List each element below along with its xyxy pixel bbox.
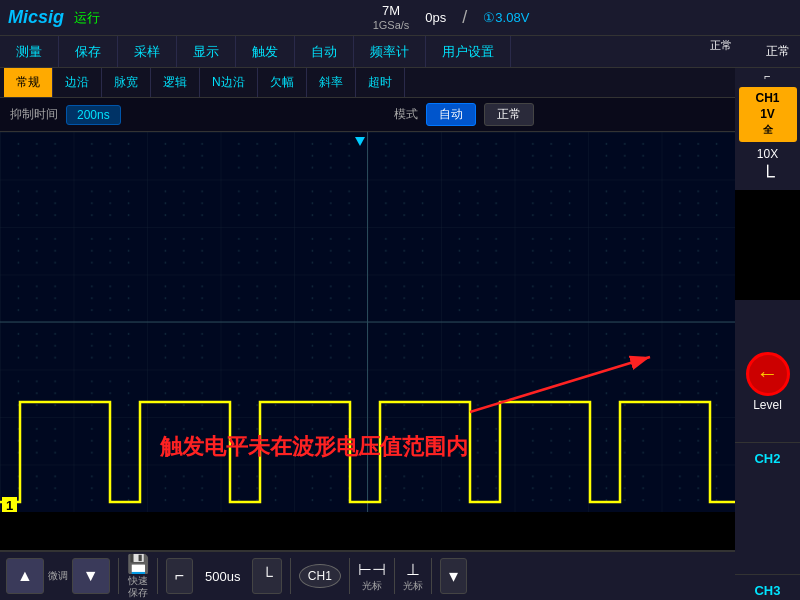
menu-trigger[interactable]: 触发 bbox=[236, 36, 295, 67]
up-arrow-button[interactable]: ▲ bbox=[6, 558, 44, 594]
timebase-section: ⌐ 500us └ bbox=[166, 558, 282, 594]
down-arrow-button[interactable]: ▼ bbox=[72, 558, 110, 594]
trigger-settings-bar: 抑制时间 200ns 模式 自动 正常 bbox=[0, 98, 800, 132]
ch1-waveform bbox=[0, 402, 735, 502]
separator4 bbox=[349, 558, 350, 594]
quick-save-group[interactable]: 💾 快速保存 bbox=[127, 553, 149, 599]
top-info: 7M 1GSa/s 0ps / ①3.08V bbox=[110, 3, 792, 32]
sub-menu-n-edge[interactable]: N边沿 bbox=[200, 68, 258, 97]
sub-menu-timeout[interactable]: 超时 bbox=[356, 68, 405, 97]
trigger-up-symbol: ⌐ bbox=[762, 68, 772, 84]
ch1-button[interactable]: CH11V全 bbox=[739, 87, 797, 142]
sample-rate: 7M 1GSa/s bbox=[373, 3, 410, 32]
scale-cursor-label: 光标 bbox=[362, 579, 382, 593]
menu-freq[interactable]: 频率计 bbox=[354, 36, 426, 67]
timebase-prev-button[interactable]: ⌐ bbox=[166, 558, 193, 594]
separator6 bbox=[431, 558, 432, 594]
suppress-label: 抑制时间 bbox=[10, 106, 58, 123]
auto-btn[interactable]: 自动 bbox=[426, 103, 476, 126]
level-arrow-icon: ← bbox=[757, 361, 779, 387]
menu-display[interactable]: 显示 bbox=[177, 36, 236, 67]
level-circle[interactable]: ← bbox=[746, 352, 790, 396]
separator3 bbox=[290, 558, 291, 594]
menu-auto[interactable]: 自动 bbox=[295, 36, 354, 67]
menu-sample[interactable]: 采样 bbox=[118, 36, 177, 67]
ch3-button[interactable]: CH3 bbox=[735, 574, 800, 600]
sub-menu-under[interactable]: 欠幅 bbox=[258, 68, 307, 97]
sub-menu-normal[interactable]: 常规 bbox=[4, 68, 53, 97]
bottom-bar: ▲ 微调 ▼ 💾 快速保存 ⌐ 500us └ CH1 ⊢⊣ 光标 ⊥ 光标 ▾… bbox=[0, 550, 800, 600]
scale-cursor-button[interactable]: ⊢⊣ 光标 bbox=[358, 560, 386, 593]
quick-save-label: 快速保存 bbox=[128, 575, 148, 599]
sub-menu-slope[interactable]: 斜率 bbox=[307, 68, 356, 97]
normal-btn[interactable]: 正常 bbox=[484, 103, 534, 126]
more-button[interactable]: ▾ bbox=[440, 558, 467, 594]
sub-menu-bar: 常规 边沿 脉宽 逻辑 N边沿 欠幅 斜率 超时 bbox=[0, 68, 735, 98]
tenx-label: 10X bbox=[757, 147, 778, 161]
ch1-badge[interactable]: CH1 bbox=[299, 564, 341, 588]
scope-wrapper: 触发电平未在波形电压值范围内 1 ← Level CH2 CH3 CH4 bbox=[0, 132, 800, 524]
sub-menu-edge[interactable]: 边沿 bbox=[53, 68, 102, 97]
top-bar: Micsig 运行 7M 1GSa/s 0ps / ①3.08V bbox=[0, 0, 800, 36]
waveform bbox=[0, 132, 735, 512]
ch1-full-label: 全 bbox=[763, 124, 773, 135]
mode-label: 模式 bbox=[394, 106, 418, 123]
fine-tune-label: 微调 bbox=[48, 570, 68, 582]
vert-cursor-button[interactable]: ⊥ 光标 bbox=[403, 560, 423, 593]
ch1-top-panel: ⌐ CH11V全 10X └ bbox=[735, 68, 800, 190]
run-status: 运行 bbox=[74, 9, 100, 27]
normal-status-text: 正常 bbox=[710, 38, 732, 53]
trigger-voltage: ①3.08V bbox=[483, 10, 529, 25]
timebase-display: 0ps bbox=[425, 10, 446, 26]
menu-save[interactable]: 保存 bbox=[59, 36, 118, 67]
fine-tune-group: 微调 bbox=[48, 570, 68, 582]
right-panel: ← Level CH2 CH3 CH4 bbox=[735, 300, 800, 600]
separator2 bbox=[157, 558, 158, 594]
menu-user-settings[interactable]: 用户设置 bbox=[426, 36, 511, 67]
vert-cursor-icon: ⊥ bbox=[406, 560, 420, 579]
separator5 bbox=[394, 558, 395, 594]
quick-save-icon: 💾 bbox=[127, 553, 149, 575]
menu-bar: 测量 保存 采样 显示 触发 自动 频率计 用户设置 正常 bbox=[0, 36, 800, 68]
scope-display[interactable]: 触发电平未在波形电压值范围内 1 bbox=[0, 132, 735, 512]
logo: Micsig bbox=[8, 7, 64, 28]
timebase-next-button[interactable]: └ bbox=[252, 558, 281, 594]
menu-measure[interactable]: 测量 bbox=[0, 36, 59, 67]
timebase-value: 500us bbox=[197, 569, 248, 584]
suppress-value: 200ns bbox=[66, 105, 121, 125]
ch2-button[interactable]: CH2 bbox=[735, 442, 800, 474]
sub-menu-logic[interactable]: 逻辑 bbox=[151, 68, 200, 97]
ch1-channel-marker: 1 bbox=[2, 497, 17, 512]
level-area: ← Level bbox=[735, 300, 800, 412]
scale-cursor-icon: ⊢⊣ bbox=[358, 560, 386, 579]
divider: / bbox=[462, 7, 467, 28]
trigger-position-arrow bbox=[355, 137, 365, 146]
level-label: Level bbox=[753, 398, 782, 412]
separator1 bbox=[118, 558, 119, 594]
vert-cursor-label: 光标 bbox=[403, 579, 423, 593]
trigger-down-symbol: └ bbox=[758, 163, 776, 190]
normal-label: 正常 bbox=[756, 43, 800, 60]
sub-menu-pulse[interactable]: 脉宽 bbox=[102, 68, 151, 97]
